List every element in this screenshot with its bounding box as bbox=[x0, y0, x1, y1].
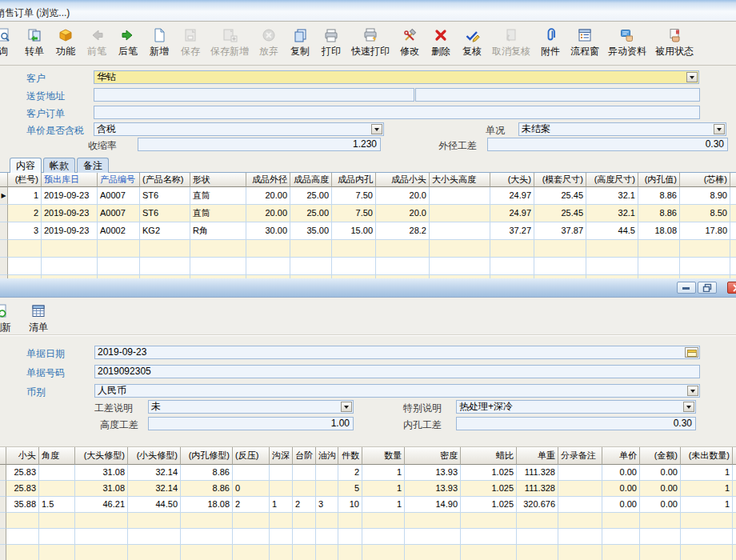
cell bbox=[602, 545, 640, 560]
toolbar-button-review[interactable]: 复核 bbox=[458, 25, 486, 59]
cell bbox=[638, 240, 680, 258]
bore-tolerance-field[interactable]: 0.30 bbox=[456, 417, 696, 430]
table-row-empty[interactable] bbox=[0, 258, 736, 275]
cell: 20.0 bbox=[376, 205, 430, 222]
table-row-empty[interactable] bbox=[0, 513, 736, 529]
dropdown-arrow-icon[interactable] bbox=[341, 402, 352, 412]
minimize-button[interactable] bbox=[677, 282, 696, 294]
restore-button[interactable] bbox=[698, 282, 717, 294]
cell bbox=[461, 529, 517, 545]
toolbar-button-change-data[interactable]: 异动资料 bbox=[606, 25, 649, 59]
toolbar-button-transfer[interactable]: 转单 bbox=[21, 25, 48, 59]
table-row[interactable]: 35.881.546.2144.5018.08212310114.901.025… bbox=[0, 497, 736, 513]
cell bbox=[733, 513, 736, 529]
cell: 7.50 bbox=[332, 187, 376, 205]
toolbar-button-next-record[interactable]: 后笔 bbox=[114, 25, 142, 59]
cell: 8.50 bbox=[680, 205, 730, 222]
cell bbox=[75, 529, 128, 545]
minimize-icon bbox=[682, 284, 691, 292]
toolbar-button-label: 删除 bbox=[431, 45, 450, 58]
dropdown-arrow-icon[interactable] bbox=[683, 402, 694, 412]
table-row[interactable]: 22019-09-23A0007ST6直筒20.0025.007.5020.02… bbox=[0, 205, 736, 222]
customer-combo[interactable]: 华钻 bbox=[94, 70, 699, 84]
height-tolerance-field[interactable]: 1.00 bbox=[148, 417, 354, 430]
dropdown-arrow-icon[interactable] bbox=[371, 124, 382, 134]
ship-address-field-2[interactable] bbox=[415, 88, 700, 102]
toolbar-button-query[interactable]: 询 bbox=[0, 25, 17, 59]
order-status-combo[interactable]: 未结案 bbox=[518, 122, 726, 136]
toolbar-button-new[interactable]: 新增 bbox=[146, 25, 173, 59]
customer-order-field[interactable] bbox=[94, 106, 700, 119]
toolbar-button-used-status[interactable]: 被用状态 bbox=[653, 25, 696, 59]
toolbar-button-edge-partial[interactable]: 周 bbox=[730, 25, 736, 59]
column-header: (小头修型) bbox=[128, 447, 181, 465]
ship-address-field-1[interactable] bbox=[94, 88, 414, 102]
tab-accounts[interactable]: 帐款 bbox=[43, 158, 75, 173]
discard-icon bbox=[259, 26, 278, 44]
row-selector bbox=[0, 205, 8, 222]
table-row[interactable]: 25.8331.0832.148.8605113.931.025111.3280… bbox=[0, 481, 736, 497]
cell bbox=[39, 481, 75, 497]
tolerance-desc-combo[interactable]: 未 bbox=[148, 400, 354, 414]
paperclip-icon bbox=[541, 26, 560, 44]
cell: 32.14 bbox=[128, 481, 181, 497]
table-row[interactable]: ▶12019-09-23A0007ST6直筒20.0025.007.5020.0… bbox=[0, 187, 736, 205]
cell: 1 bbox=[681, 481, 733, 497]
doc-number-field[interactable]: 2019092305 bbox=[94, 365, 700, 378]
toolbar-button-modify[interactable]: 修改 bbox=[396, 25, 423, 59]
cell bbox=[42, 240, 98, 258]
table-row-empty[interactable] bbox=[0, 529, 736, 545]
cell: 0.00 bbox=[602, 481, 640, 497]
window-title: 销售订单 (浏览...) bbox=[0, 6, 70, 20]
toolbar-button-print[interactable]: 打印 bbox=[318, 25, 345, 59]
toolbar-button-list[interactable]: 清单 bbox=[26, 301, 50, 335]
od-tolerance-field[interactable]: 0.30 bbox=[487, 138, 728, 151]
currency-combo[interactable]: 人民币 bbox=[94, 384, 700, 398]
cell: ST6 bbox=[140, 205, 190, 222]
toolbar-button-function[interactable]: 功能 bbox=[52, 25, 79, 59]
dropdown-arrow-icon[interactable] bbox=[714, 124, 725, 134]
cell: 35.00 bbox=[290, 222, 332, 240]
tax-included-combo[interactable]: 含税 bbox=[94, 122, 384, 136]
table-row[interactable]: 25.8331.0832.148.862113.931.025111.3280.… bbox=[0, 465, 736, 481]
row-selector bbox=[0, 222, 8, 240]
toolbar-button-attachment[interactable]: 附件 bbox=[537, 25, 564, 59]
toolbar-button-copy[interactable]: 复制 bbox=[286, 25, 314, 59]
date-picker-button[interactable] bbox=[685, 347, 698, 358]
cell bbox=[730, 258, 736, 275]
close-button[interactable] bbox=[727, 282, 736, 294]
cell bbox=[430, 240, 490, 258]
toolbar-button-label: 异动资料 bbox=[608, 45, 646, 58]
toolbar-button-delete[interactable]: 删除 bbox=[427, 25, 454, 59]
table-row[interactable]: 32019-09-23A0002KG2R角30.0035.0015.0028.2… bbox=[0, 222, 736, 240]
cell bbox=[98, 258, 140, 275]
shrink-rate-field[interactable]: 1.230 bbox=[138, 138, 381, 151]
toolbar-button-quick-print[interactable]: 快速打印 bbox=[349, 25, 392, 59]
toolbar-button-flow-window[interactable]: 流程窗 bbox=[568, 25, 602, 59]
refresh-icon bbox=[0, 302, 11, 320]
cell: 8.86 bbox=[181, 465, 233, 481]
tab-content[interactable]: 内容 bbox=[10, 158, 42, 173]
column-header: (内孔修型) bbox=[181, 447, 233, 465]
column-header: (大头修型) bbox=[75, 447, 128, 465]
cell: 20.0 bbox=[376, 187, 430, 205]
calendar-icon bbox=[687, 349, 697, 357]
toolbar-button-label: 清单 bbox=[29, 321, 48, 334]
cell: 13.93 bbox=[405, 465, 461, 481]
table-row-empty[interactable] bbox=[0, 240, 736, 258]
doc-date-field[interactable]: 2019-09-23 bbox=[94, 346, 700, 359]
dropdown-arrow-icon[interactable] bbox=[687, 386, 698, 396]
cell: 30.00 bbox=[246, 222, 290, 240]
tab-notes[interactable]: 备注 bbox=[77, 158, 109, 173]
dropdown-arrow-icon[interactable] bbox=[686, 72, 698, 82]
cell bbox=[534, 258, 586, 275]
cell: 44.5 bbox=[586, 222, 638, 240]
toolbar-button-refresh[interactable]: 刷新 bbox=[0, 301, 14, 335]
special-desc-combo[interactable]: 热处理+深冷 bbox=[456, 400, 696, 414]
cell: 1 bbox=[681, 497, 733, 513]
row-selector bbox=[0, 465, 6, 481]
table-row-empty[interactable] bbox=[0, 545, 736, 560]
cell bbox=[558, 481, 602, 497]
toolbar-button-save-new: 保存新增 bbox=[208, 25, 251, 59]
cell bbox=[376, 240, 430, 258]
